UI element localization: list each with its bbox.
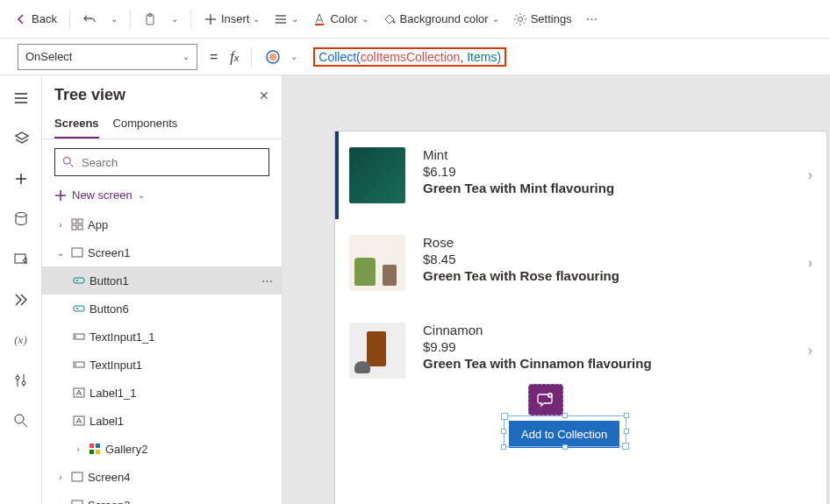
svg-point-3 xyxy=(392,20,395,23)
label-icon xyxy=(72,386,86,400)
tree-node-textinput1[interactable]: TextInput1 xyxy=(42,351,282,379)
chevron-down-icon[interactable]: ⌄ xyxy=(54,248,67,258)
ellipsis-icon[interactable]: ⋯ xyxy=(261,274,273,287)
product-title: Mint xyxy=(423,147,809,162)
property-name: OnSelect xyxy=(25,50,72,63)
tree-node-app[interactable]: › App xyxy=(42,210,282,238)
tree-label: Screen2 xyxy=(88,499,130,505)
variables-button[interactable]: (x) xyxy=(7,326,35,354)
property-selector[interactable]: OnSelect ⌄ xyxy=(18,44,197,70)
tree-node-gallery2[interactable]: › Gallery2 xyxy=(42,435,282,463)
tree-node-button1[interactable]: Button1 ⋯ xyxy=(42,266,282,295)
search-icon xyxy=(62,156,75,168)
arrow-left-icon xyxy=(14,12,28,26)
undo-button[interactable] xyxy=(77,9,102,30)
separator xyxy=(190,10,191,29)
tree-view-panel: Tree view ✕ Screens Components New scree… xyxy=(42,75,283,504)
insert-button[interactable]: Insert ⌄ xyxy=(198,9,266,30)
copilot-icon[interactable] xyxy=(264,48,282,66)
overflow-button[interactable]: ⋯ xyxy=(581,9,605,29)
chevron-right-icon[interactable]: › xyxy=(808,167,812,183)
tree-node-screen2[interactable]: › Screen2 xyxy=(42,491,282,504)
formula-input[interactable]: Collect(colItemsCollection, Items) xyxy=(306,44,812,70)
close-icon[interactable]: ✕ xyxy=(259,89,269,103)
paste-dropdown[interactable]: ⌄ xyxy=(166,11,183,27)
tree-label: Gallery2 xyxy=(105,443,147,456)
insert-pane-button[interactable] xyxy=(7,165,35,193)
new-screen-button[interactable]: New screen ⌄ xyxy=(42,185,282,210)
label-icon xyxy=(72,414,86,428)
textinput-icon xyxy=(72,330,86,344)
tree-label: Button6 xyxy=(89,302,129,316)
tree-label: Button1 xyxy=(89,274,129,287)
formula-arg1: colItemsCollection xyxy=(361,50,461,64)
tree-node-textinput1-1[interactable]: TextInput1_1 xyxy=(42,323,282,351)
tree-node-label1-1[interactable]: Label1_1 xyxy=(42,379,282,407)
tree-search[interactable] xyxy=(54,148,269,176)
formula-function: Collect xyxy=(318,50,356,64)
product-title: Rose xyxy=(423,235,809,250)
add-to-collection-button[interactable]: Add to Collection xyxy=(509,421,619,448)
sliders-icon xyxy=(13,373,29,388)
chevron-right-icon[interactable]: › xyxy=(72,444,84,454)
svg-rect-30 xyxy=(72,500,82,504)
formula-highlight: Collect(colItemsCollection, Items) xyxy=(313,47,506,67)
chevron-right-icon[interactable]: › xyxy=(54,472,67,482)
tree-label: TextInput1_1 xyxy=(89,330,154,344)
settings-label: Settings xyxy=(531,12,572,25)
separator xyxy=(251,47,252,67)
main-area: (x) Tree view ✕ Screens Components New s… xyxy=(0,75,830,504)
tab-screens[interactable]: Screens xyxy=(54,110,99,138)
gallery-item[interactable]: Mint $6.19 Green Tea with Mint flavourin… xyxy=(335,131,826,219)
list-button[interactable]: ⌄ xyxy=(268,9,304,30)
tree-view-button[interactable] xyxy=(7,124,35,153)
chat-button[interactable] xyxy=(528,384,563,415)
tree-node-button6[interactable]: Button6 xyxy=(42,295,282,323)
gallery-item[interactable]: Cinnamon $9.99 Green Tea with Cinnamon f… xyxy=(335,307,826,394)
data-button[interactable] xyxy=(7,205,35,233)
paste-button[interactable] xyxy=(138,9,162,30)
screen-icon xyxy=(70,245,84,259)
svg-point-6 xyxy=(16,213,26,217)
tab-components[interactable]: Components xyxy=(113,110,178,138)
bgcolor-button[interactable]: Background color ⌄ xyxy=(377,9,504,30)
screen-icon xyxy=(70,498,84,504)
settings-button[interactable]: Settings xyxy=(508,9,577,30)
power-automate-button[interactable] xyxy=(7,286,35,314)
font-color-icon xyxy=(312,12,326,26)
fx-icon[interactable]: fx xyxy=(230,49,239,65)
chevron-down-icon[interactable]: ⌄ xyxy=(290,52,297,61)
advanced-tools-button[interactable] xyxy=(7,366,35,394)
media-button[interactable] xyxy=(7,245,35,273)
undo-dropdown[interactable]: ⌄ xyxy=(105,11,123,27)
screen-canvas[interactable]: Mint $6.19 Green Tea with Mint flavourin… xyxy=(335,131,826,504)
gallery-item-text: Cinnamon $9.99 Green Tea with Cinnamon f… xyxy=(423,323,809,371)
back-button[interactable]: Back xyxy=(9,9,62,30)
chat-icon xyxy=(537,391,555,408)
chevron-right-icon[interactable]: › xyxy=(54,220,67,230)
tree-label: Screen4 xyxy=(88,471,130,484)
plus-icon xyxy=(54,189,67,202)
separator xyxy=(69,10,70,29)
svg-rect-14 xyxy=(72,225,76,230)
tree-label: Screen1 xyxy=(88,246,130,259)
canvas-area[interactable]: Mint $6.19 Green Tea with Mint flavourin… xyxy=(283,75,830,504)
tree-node-label1[interactable]: Label1 xyxy=(42,407,282,435)
chevron-right-icon[interactable]: › xyxy=(808,255,812,271)
formula-bar: OnSelect ⌄ = fx ⌄ Collect(colItemsCollec… xyxy=(0,39,830,75)
left-rail: (x) xyxy=(0,75,42,504)
gallery[interactable]: Mint $6.19 Green Tea with Mint flavourin… xyxy=(335,131,826,394)
gallery-item[interactable]: Rose $8.45 Green Tea with Rose flavourin… xyxy=(335,219,826,307)
tree-node-screen4[interactable]: › Screen4 xyxy=(42,463,282,491)
product-price: $6.19 xyxy=(423,164,809,179)
product-image xyxy=(349,235,405,291)
search-button[interactable] xyxy=(7,407,35,435)
svg-point-9 xyxy=(22,381,25,385)
chevron-right-icon[interactable]: › xyxy=(808,343,812,358)
color-button[interactable]: Color ⌄ xyxy=(307,9,373,30)
tree-node-screen1[interactable]: ⌄ Screen1 xyxy=(42,238,282,266)
search-input[interactable] xyxy=(82,156,261,169)
hamburger-button[interactable] xyxy=(7,84,35,112)
gallery-item-text: Mint $6.19 Green Tea with Mint flavourin… xyxy=(423,147,809,195)
chevron-right-icon[interactable]: › xyxy=(54,500,67,505)
